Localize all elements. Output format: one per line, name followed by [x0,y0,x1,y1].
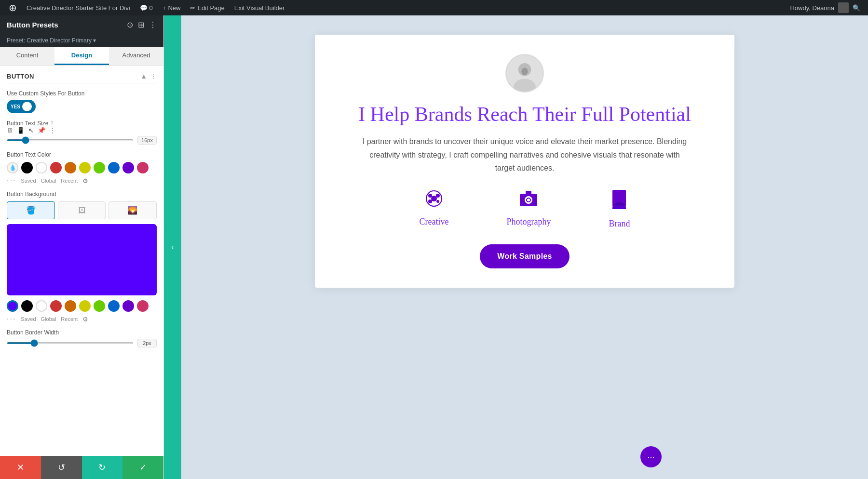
search-icon[interactable]: 🔍 [853,4,860,12]
button-section-header: Button ▲ ⋮ [7,72,157,83]
bg-color-meta: ··· Saved Global Recent ⚙ [7,315,157,323]
text-size-label: Button Text Size ? [7,120,157,127]
divi-toggle[interactable]: ‹ [164,15,181,479]
tab-content[interactable]: Content [0,47,54,65]
tab-design[interactable]: Design [54,47,109,65]
undo-button[interactable]: ↺ [41,456,82,479]
toggle-yes-text: YES [11,104,20,109]
tab-advanced[interactable]: Advanced [109,47,163,65]
border-width-slider[interactable] [7,342,134,344]
global-label[interactable]: Global [41,178,56,184]
site-name-link[interactable]: Creative Director Starter Site For Divi [22,0,135,15]
bg-type-gradient[interactable]: 🖼 [58,201,106,219]
bg-color-dots[interactable]: ··· [7,315,16,323]
color-gear-icon[interactable]: ⚙ [82,177,88,185]
settings-icon[interactable]: ⊙ [127,20,133,29]
more-icon[interactable]: ⋮ [149,20,157,29]
bg-swatch-white[interactable] [36,300,47,312]
bg-swatch-red[interactable] [50,300,62,312]
color-swatch-white[interactable] [36,162,47,173]
bg-type-image[interactable]: 🌄 [108,201,157,219]
svg-point-6 [428,194,432,198]
border-section: Button Border Width 2px [7,329,157,347]
close-icon: ✕ [17,462,24,473]
border-slider-wrap: 2px [7,339,157,347]
bg-swatch-pink[interactable] [137,300,149,312]
color-swatch-purple[interactable] [122,162,134,173]
border-width-label: Button Border Width [7,329,157,336]
device-desktop-icon[interactable]: 🖥 [7,127,13,134]
bg-swatch-yellow[interactable] [79,300,91,312]
color-swatch-green[interactable] [94,162,105,173]
text-size-device-row: 🖥 📱 ↖ 📌 ⋮ [7,127,157,134]
collapse-icon[interactable]: ▲ [140,72,147,80]
color-swatch-red[interactable] [50,162,62,173]
color-dots[interactable]: ··· [7,176,16,185]
text-size-slider[interactable] [7,139,134,141]
more-icon-size[interactable]: ⋮ [49,127,55,134]
wp-logo[interactable]: ⊕ [4,0,22,15]
avatar [505,54,544,93]
panel-title: Button Presets [7,21,58,29]
hero-card: I Help Brands Reach Their Full Potential… [315,35,734,288]
section-icons: ▲ ⋮ [140,72,157,80]
save-button[interactable]: ✓ [122,456,163,479]
photography-icon [519,190,538,211]
bg-swatch-blue[interactable] [108,300,120,312]
color-swatch-black[interactable] [21,162,33,173]
panel-footer: ✕ ↺ ↻ ✓ [0,456,163,479]
hero-title: I Help Brands Reach Their Full Potential [358,102,691,126]
saved-label[interactable]: Saved [21,178,36,184]
exit-builder-label: Exit Visual Builder [234,4,285,12]
new-content-link[interactable]: + New [158,0,186,15]
panel-preset[interactable]: Preset: Creative Director Primary ▾ [0,34,163,47]
exit-builder-link[interactable]: Exit Visual Builder [230,0,290,15]
comments-link[interactable]: 💬 0 [135,0,158,15]
avatar-small [838,2,849,13]
section-more-icon[interactable]: ⋮ [150,72,157,80]
cursor-icon[interactable]: ↖ [28,127,34,134]
gradient-icon: 🖼 [78,206,86,215]
canvas-area: I Help Brands Reach Their Full Potential… [181,15,868,479]
text-size-slider-wrap: 16px [7,136,157,145]
bg-gear-icon[interactable]: ⚙ [82,316,88,323]
device-tablet-icon[interactable]: 📱 [17,127,25,134]
toggle-thumb [22,102,32,111]
color-dropper[interactable]: 💧 [7,162,18,173]
bg-swatch-purple[interactable] [122,300,134,312]
bg-swatch-lime[interactable] [94,300,105,312]
bg-swatch-orange[interactable] [65,300,76,312]
creative-icon [425,190,443,211]
cta-button[interactable]: Work Samples [480,244,570,268]
custom-styles-toggle[interactable]: YES [7,100,36,113]
svg-point-3 [521,68,528,75]
color-swatch-pink[interactable] [137,162,149,173]
edit-page-link[interactable]: ✏ Edit Page [185,0,229,15]
bg-section-label: Button Background [7,191,157,198]
site-name-text: Creative Director Starter Site For Divi [27,4,130,12]
text-size-value: 16px [137,136,157,145]
columns-icon[interactable]: ⊞ [138,20,144,29]
bg-global-label[interactable]: Global [41,316,56,322]
color-swatch-orange[interactable] [65,162,76,173]
icon-item-brand: Brand [609,190,630,229]
bg-color-preview[interactable] [7,224,157,295]
bg-swatch-active[interactable] [7,300,18,312]
brand-icon [611,190,627,213]
avatar-svg [506,54,543,93]
close-button[interactable]: ✕ [0,456,41,479]
color-swatch-yellow[interactable] [79,162,91,173]
color-swatch-blue[interactable] [108,162,120,173]
pencil-icon: ✏ [190,4,195,12]
bg-type-row: 🪣 🖼 🌄 [7,201,157,219]
redo-button[interactable]: ↻ [82,456,123,479]
bg-type-solid[interactable]: 🪣 [7,201,55,219]
pin-icon[interactable]: 📌 [38,127,45,134]
bg-swatch-black[interactable] [21,300,33,312]
recent-label[interactable]: Recent [61,178,78,184]
floating-dots-menu[interactable]: ··· [640,446,662,467]
save-icon: ✓ [139,462,147,473]
help-icon[interactable]: ? [51,120,54,126]
bg-recent-label[interactable]: Recent [61,316,78,322]
bg-saved-label[interactable]: Saved [21,316,36,322]
